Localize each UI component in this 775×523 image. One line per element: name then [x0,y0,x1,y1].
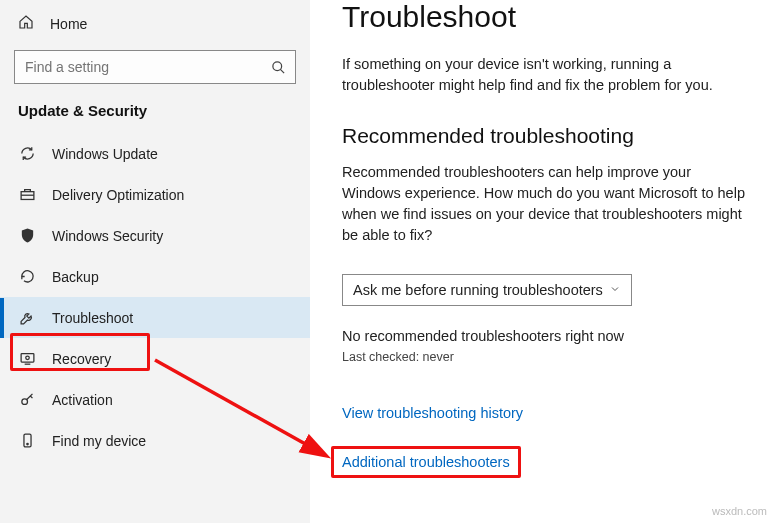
sidebar-item-backup[interactable]: Backup [0,256,310,297]
shield-icon [18,227,36,244]
sidebar-item-label: Troubleshoot [52,310,133,326]
sync-icon [18,145,36,162]
section-title: Update & Security [0,100,310,133]
last-checked-text: Last checked: never [342,350,747,364]
sidebar-item-label: Recovery [52,351,111,367]
watermark: wsxdn.com [712,505,767,517]
sidebar-item-recovery[interactable]: Recovery [0,338,310,379]
svg-point-8 [26,443,27,444]
search-input[interactable] [15,59,261,75]
page-title: Troubleshoot [342,0,747,34]
sidebar-item-label: Windows Security [52,228,163,244]
key-icon [18,391,36,408]
search-wrap [0,44,310,100]
view-history-link[interactable]: View troubleshooting history [342,405,523,421]
home-icon [18,14,36,34]
sidebar-item-label: Windows Update [52,146,158,162]
search-box[interactable] [14,50,296,84]
svg-rect-3 [21,354,34,363]
sidebar-item-windows-update[interactable]: Windows Update [0,133,310,174]
svg-point-4 [25,356,29,360]
active-indicator [0,298,4,338]
sidebar: Home Update & Security Windows Update De… [0,0,310,523]
search-icon [261,60,295,75]
backup-icon [18,268,36,285]
svg-point-6 [21,399,27,405]
svg-point-0 [272,61,281,70]
svg-line-1 [280,69,284,73]
sidebar-item-label: Backup [52,269,99,285]
wrench-icon [18,309,36,326]
recommended-desc: Recommended troubleshooters can help imp… [342,162,747,246]
status-text: No recommended troubleshooters right now [342,328,747,344]
sidebar-item-label: Delivery Optimization [52,187,184,203]
sidebar-item-find-my-device[interactable]: Find my device [0,420,310,461]
chevron-down-icon [609,282,621,298]
troubleshoot-preference-dropdown[interactable]: Ask me before running troubleshooters [342,274,632,306]
additional-troubleshooters-wrap: Additional troubleshooters [332,447,520,477]
home-nav[interactable]: Home [0,6,310,44]
location-icon [18,432,36,449]
delivery-icon [18,186,36,203]
sidebar-item-label: Activation [52,392,113,408]
recommended-title: Recommended troubleshooting [342,124,747,148]
sidebar-item-activation[interactable]: Activation [0,379,310,420]
sidebar-item-windows-security[interactable]: Windows Security [0,215,310,256]
main-content: Troubleshoot If something on your device… [310,0,775,523]
sidebar-item-troubleshoot[interactable]: Troubleshoot [0,297,310,338]
sidebar-item-label: Find my device [52,433,146,449]
home-label: Home [50,16,87,32]
dropdown-value: Ask me before running troubleshooters [353,282,603,298]
intro-text: If something on your device isn't workin… [342,54,747,96]
nav-list: Windows Update Delivery Optimization Win… [0,133,310,461]
recovery-icon [18,350,36,367]
sidebar-item-delivery-optimization[interactable]: Delivery Optimization [0,174,310,215]
additional-troubleshooters-link[interactable]: Additional troubleshooters [342,454,510,470]
